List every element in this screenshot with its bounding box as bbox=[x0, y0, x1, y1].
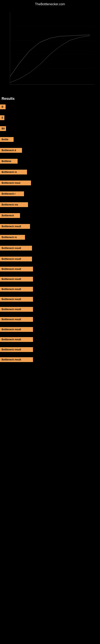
result-bar-6: Bottlene bbox=[0, 159, 18, 164]
result-bar-8: Bottleneck resul bbox=[0, 180, 31, 185]
result-item-12: Bottleneck result bbox=[0, 224, 100, 229]
result-item-24: Bottleneck result bbox=[0, 347, 100, 352]
result-item-19: Bottleneck result bbox=[0, 296, 100, 302]
result-bar-5: Bottleneck d bbox=[0, 148, 22, 153]
result-item-6: Bottlene bbox=[0, 158, 100, 164]
results-container: BEB0BottleBottleneck dBottleneBottleneck… bbox=[0, 104, 100, 366]
result-bar-16: Bottleneck result bbox=[0, 267, 33, 272]
result-bar-15: Bottleneck result bbox=[0, 256, 32, 262]
result-item-22: Bottleneck result bbox=[0, 327, 100, 332]
chart-area bbox=[0, 6, 100, 92]
result-bar-4: Bottle bbox=[0, 137, 14, 142]
result-item-4: Bottle bbox=[0, 137, 100, 142]
result-bar-7: Bottleneck re bbox=[0, 170, 27, 174]
result-item-7: Bottleneck re bbox=[0, 169, 100, 175]
result-bar-14: Bottleneck result bbox=[0, 246, 32, 250]
result-bar-10: Bottleneck res bbox=[0, 202, 28, 207]
result-bar-3: B0 bbox=[0, 126, 6, 131]
result-bar-24: Bottleneck result bbox=[0, 347, 33, 352]
result-bar-9: Bottleneck r bbox=[0, 192, 24, 196]
result-bar-21: Bottleneck result bbox=[0, 317, 33, 322]
result-item-15: Bottleneck result bbox=[0, 256, 100, 262]
result-item-13: Bottleneck re bbox=[0, 234, 100, 240]
result-bar-11: Bottleneck bbox=[0, 213, 20, 218]
result-item-10: Bottleneck res bbox=[0, 202, 100, 208]
result-item-23: Bottleneck result bbox=[0, 337, 100, 342]
result-item-21: Bottleneck result bbox=[0, 316, 100, 322]
result-item-3: B0 bbox=[0, 126, 100, 132]
result-bar-1: B bbox=[0, 104, 6, 109]
result-item-25: Bottleneck result bbox=[0, 357, 100, 362]
results-section: Results BEB0BottleBottleneck dBottleneBo… bbox=[0, 94, 100, 366]
result-item-8: Bottleneck resul bbox=[0, 180, 100, 186]
result-item-11: Bottleneck bbox=[0, 213, 100, 218]
result-item-1: B bbox=[0, 104, 100, 110]
result-bar-17: Bottleneck result bbox=[0, 277, 33, 282]
result-item-17: Bottleneck result bbox=[0, 276, 100, 282]
result-item-9: Bottleneck r bbox=[0, 191, 100, 196]
result-bar-23: Bottleneck result bbox=[0, 337, 33, 342]
result-item-18: Bottleneck result bbox=[0, 286, 100, 292]
result-bar-19: Bottleneck result bbox=[0, 297, 33, 302]
result-item-2: E bbox=[0, 115, 100, 120]
result-bar-2: E bbox=[0, 115, 4, 120]
result-bar-12: Bottleneck result bbox=[0, 224, 30, 229]
result-bar-18: Bottleneck result bbox=[0, 287, 33, 292]
result-bar-13: Bottleneck re bbox=[0, 235, 25, 240]
result-item-14: Bottleneck result bbox=[0, 245, 100, 251]
result-item-5: Bottleneck d bbox=[0, 148, 100, 153]
result-item-16: Bottleneck result bbox=[0, 266, 100, 272]
result-item-20: Bottleneck result bbox=[0, 306, 100, 312]
results-header: Results bbox=[0, 94, 100, 103]
svg-rect-0 bbox=[0, 6, 100, 92]
result-bar-25: Bottleneck result bbox=[0, 357, 33, 362]
result-bar-22: Bottleneck result bbox=[0, 327, 33, 332]
result-bar-20: Bottleneck result bbox=[0, 307, 33, 312]
